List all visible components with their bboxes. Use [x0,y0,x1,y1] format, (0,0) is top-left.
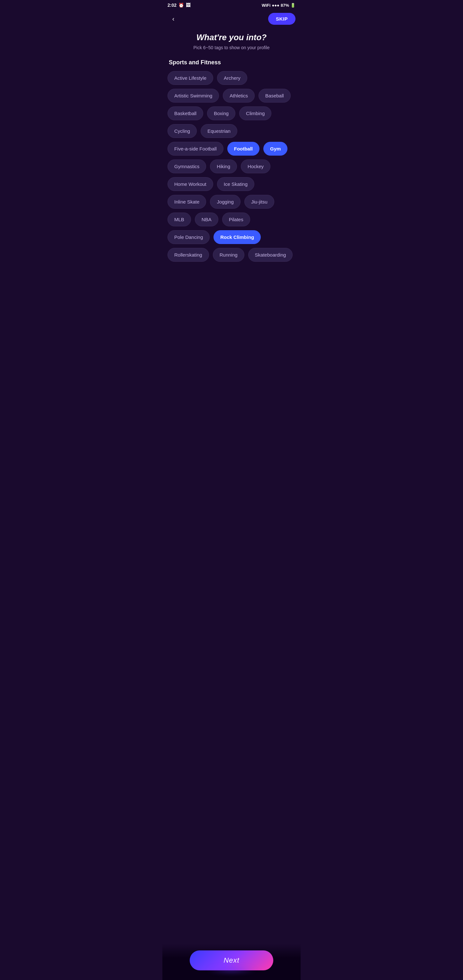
tag-hiking[interactable]: Hiking [210,159,237,173]
page-subtitle: Pick 6~50 tags to show on your profile [170,45,293,50]
tag-basketball[interactable]: Basketball [167,107,203,120]
back-button[interactable]: ‹ [167,13,179,25]
tag-rock-climbing[interactable]: Rock Climbing [213,230,261,244]
tag-ice-skating[interactable]: Ice Skating [217,177,255,191]
tag-five-a-side-football[interactable]: Five-a-side Football [167,142,223,156]
page-title: What're you into? [170,32,293,43]
tag-climbing[interactable]: Climbing [239,107,271,120]
tag-artistic-swimming[interactable]: Artistic Swimming [167,89,219,103]
tag-cycling[interactable]: Cycling [167,124,197,138]
alarm-icon: ⏰ [178,3,184,8]
back-icon: ‹ [172,15,175,22]
tag-inline-skate[interactable]: Inline Skate [167,195,206,208]
tag-boxing[interactable]: Boxing [207,107,235,120]
section-label: Sports and Fitness [162,53,301,71]
tag-rollerskating[interactable]: Rollerskating [167,248,209,262]
header-nav: ‹ SKIP [162,10,301,30]
next-button-container: Next [162,944,301,980]
status-left: 2:02 ⏰ 🖼 [167,3,190,8]
tag-baseball[interactable]: Baseball [258,89,291,103]
tag-skateboarding[interactable]: Skateboarding [248,248,293,262]
tag-gym[interactable]: Gym [263,142,288,156]
tag-football[interactable]: Football [228,142,259,156]
tag-archery[interactable]: Archery [217,71,247,85]
status-time: 2:02 [167,3,177,8]
tag-home-workout[interactable]: Home Workout [167,177,213,191]
tags-container: Active LifestyleArcheryArtistic Swimming… [162,71,301,300]
tag-pilates[interactable]: Pilates [222,213,250,226]
tag-mlb[interactable]: MLB [167,213,191,226]
tag-nba[interactable]: NBA [195,213,218,226]
skip-button[interactable]: SKIP [268,13,296,25]
status-right: WiFi ●●● 87% 🔋 [262,3,296,8]
tag-jogging[interactable]: Jogging [210,195,240,208]
next-button[interactable]: Next [190,950,273,970]
tag-hockey[interactable]: Hockey [241,159,270,173]
page-title-section: What're you into? Pick 6~50 tags to show… [162,30,301,53]
battery-percent: 87% [281,3,289,8]
tag-active-lifestyle[interactable]: Active Lifestyle [167,71,213,85]
signal-icon: ●●● [272,3,279,8]
tag-equestrian[interactable]: Equestrian [200,124,237,138]
wifi-icon: WiFi [262,3,270,8]
tag-jiu-jitsu[interactable]: Jiu-jitsu [244,195,274,208]
tag-gymnastics[interactable]: Gymnastics [167,159,206,173]
tag-pole-dancing[interactable]: Pole Dancing [167,230,210,244]
status-bar: 2:02 ⏰ 🖼 WiFi ●●● 87% 🔋 [162,0,301,10]
media-icon: 🖼 [186,3,190,8]
tag-athletics[interactable]: Athletics [223,89,255,103]
battery-icon: 🔋 [290,3,296,8]
tag-running[interactable]: Running [213,248,244,262]
